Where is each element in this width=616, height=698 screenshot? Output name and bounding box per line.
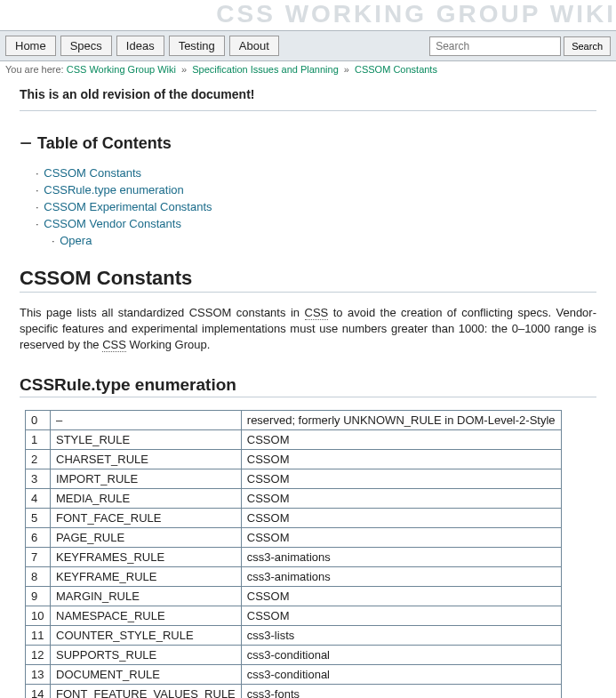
table-row: 3IMPORT_RULECSSOM (26, 469, 562, 488)
table-cell: css3-lists (241, 625, 561, 645)
toc-list: · CSSOM Constants · CSSRule.type enumera… (36, 166, 596, 247)
nav: Home Specs Ideas Testing About (5, 36, 279, 56)
table-cell: 10 (26, 606, 51, 625)
table-cell: – (51, 410, 242, 429)
table-cell: IMPORT_RULE (51, 469, 242, 488)
table-cell: 6 (26, 527, 51, 547)
table-row: 10NAMESPACE_RULECSSOM (26, 606, 562, 625)
site-title: CSS WORKING GROUP WIKI (0, 0, 616, 30)
table-cell: css3-animations (241, 547, 561, 566)
search-input[interactable] (429, 36, 561, 56)
table-cell: CSSOM (241, 488, 561, 508)
bullet-icon: · (36, 217, 39, 230)
table-cell: KEYFRAMES_RULE (51, 547, 242, 566)
intro-text: This page lists all standardized CSSOM c… (20, 306, 305, 319)
nav-testing[interactable]: Testing (169, 36, 225, 56)
table-cell: DOCUMENT_RULE (51, 664, 242, 684)
table-cell: 3 (26, 469, 51, 488)
table-cell: CSSOM (241, 469, 561, 488)
table-cell: 13 (26, 664, 51, 684)
toc-sublist: · Opera (52, 234, 596, 247)
table-row: 1STYLE_RULECSSOM (26, 429, 562, 449)
breadcrumb-sep: » (344, 64, 349, 75)
table-cell: css3-conditional (241, 664, 561, 684)
toc-link[interactable]: Opera (60, 234, 92, 247)
breadcrumb-link[interactable]: CSSOM Constants (355, 64, 437, 75)
table-cell: PAGE_RULE (51, 527, 242, 547)
toc-title: Table of Contents (37, 134, 172, 153)
toc-link[interactable]: CSSRule.type enumeration (44, 183, 184, 197)
bullet-icon: · (36, 200, 39, 213)
table-row: 8KEYFRAME_RULEcss3-animations (26, 566, 562, 586)
old-revision-notice: This is an old revision of the document! (20, 87, 596, 101)
nav-ideas[interactable]: Ideas (116, 36, 164, 56)
table-cell: STYLE_RULE (51, 429, 242, 449)
toc-heading: − Table of Contents (20, 132, 596, 154)
table-cell: 8 (26, 566, 51, 586)
toc-link[interactable]: CSSOM Vendor Constants (44, 217, 181, 230)
table-cell: CSSOM (241, 508, 561, 527)
toc-item: · Opera (52, 234, 596, 247)
table-cell: 4 (26, 488, 51, 508)
toc-toggle-icon[interactable]: − (20, 132, 32, 154)
abbr-css: CSS (305, 306, 329, 320)
cssrule-type-table: 0–reserved; formerly UNKNOWN_RULE in DOM… (25, 410, 562, 698)
toc-item: · CSSOM Experimental Constants (36, 200, 596, 213)
breadcrumb-link[interactable]: CSS Working Group Wiki (67, 64, 176, 75)
table-cell: SUPPORTS_RULE (51, 645, 242, 664)
table-cell: css3-conditional (241, 645, 561, 664)
toc-item: · CSSOM Vendor Constants · Opera (36, 217, 596, 247)
table-cell: MEDIA_RULE (51, 488, 242, 508)
table-row: 6PAGE_RULECSSOM (26, 527, 562, 547)
breadcrumb-link[interactable]: Specification Issues and Planning (192, 64, 339, 75)
table-cell: CSSOM (241, 449, 561, 469)
table-cell: 12 (26, 645, 51, 664)
bullet-icon: · (36, 166, 39, 180)
toc-item: · CSSRule.type enumeration (36, 183, 596, 197)
table-cell: css3-fonts (241, 684, 561, 698)
nav-specs[interactable]: Specs (60, 36, 112, 56)
toc-link[interactable]: CSSOM Experimental Constants (44, 200, 212, 213)
table-row: 4MEDIA_RULECSSOM (26, 488, 562, 508)
breadcrumb: You are here: CSS Working Group Wiki » S… (0, 61, 616, 84)
table-cell: NAMESPACE_RULE (51, 606, 242, 625)
table-cell: FONT_FACE_RULE (51, 508, 242, 527)
table-cell: CSSOM (241, 527, 561, 547)
table-row: 2CHARSET_RULECSSOM (26, 449, 562, 469)
table-cell: MARGIN_RULE (51, 586, 242, 606)
table-cell: 11 (26, 625, 51, 645)
table-row: 0–reserved; formerly UNKNOWN_RULE in DOM… (26, 410, 562, 429)
intro-paragraph: This page lists all standardized CSSOM c… (20, 305, 596, 354)
table-cell: 0 (26, 410, 51, 429)
table-row: 5FONT_FACE_RULECSSOM (26, 508, 562, 527)
table-cell: KEYFRAME_RULE (51, 566, 242, 586)
breadcrumb-prefix: You are here: (5, 64, 64, 75)
table-cell: 1 (26, 429, 51, 449)
toc-link[interactable]: CSSOM Constants (44, 166, 141, 180)
table-cell: FONT_FEATURE_VALUES_RULE (51, 684, 242, 698)
bullet-icon: · (36, 183, 39, 197)
table-cell: CHARSET_RULE (51, 449, 242, 469)
table-cell: css3-animations (241, 566, 561, 586)
table-row: 12SUPPORTS_RULEcss3-conditional (26, 645, 562, 664)
nav-about[interactable]: About (229, 36, 279, 56)
section-heading-cssrule-type: CSSRule.type enumeration (20, 375, 596, 397)
search-button[interactable]: Search (564, 36, 611, 56)
table-row: 13DOCUMENT_RULEcss3-conditional (26, 664, 562, 684)
table-cell: reserved; formerly UNKNOWN_RULE in DOM-L… (241, 410, 561, 429)
section-heading-cssom-constants: CSSOM Constants (20, 267, 596, 293)
table-cell: COUNTER_STYLE_RULE (51, 625, 242, 645)
breadcrumb-sep: » (181, 64, 187, 75)
table-cell: 5 (26, 508, 51, 527)
nav-home[interactable]: Home (5, 36, 56, 56)
table-cell: CSSOM (241, 429, 561, 449)
divider (20, 110, 596, 111)
table-row: 7KEYFRAMES_RULEcss3-animations (26, 547, 562, 566)
search-form: Search (429, 36, 611, 56)
table-cell: CSSOM (241, 606, 561, 625)
table-cell: 2 (26, 449, 51, 469)
intro-text: Working Group. (126, 338, 210, 351)
table-row: 9MARGIN_RULECSSOM (26, 586, 562, 606)
abbr-css: CSS (102, 338, 126, 352)
toolbar: Home Specs Ideas Testing About Search (0, 30, 616, 61)
